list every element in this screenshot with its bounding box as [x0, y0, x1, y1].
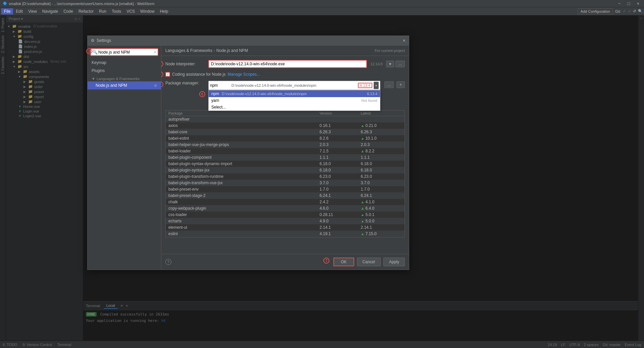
packages-table-body: autoprefixer axios0.16.1▲ 0.21.0 babel-c…: [166, 116, 405, 238]
settings-right-panel: Languages & Frameworks › Node.js and NPM…: [161, 46, 409, 270]
git-undo[interactable]: ↺: [633, 9, 636, 13]
settings-dialog: ⚙ Settings × 2 🔍 ×: [87, 36, 409, 270]
table-row: babel-core6.26.36.26.3: [166, 129, 405, 135]
maximize-button[interactable]: □: [626, 0, 632, 7]
table-row: babel-plugin-syntax-jsx6.18.06.18.0: [166, 167, 405, 173]
table-row: copy-webpack-plugin4.6.0▲ 6.4.0: [166, 205, 405, 212]
search-clear-icon[interactable]: ×: [154, 50, 156, 55]
packages-table-head: Package Version Latest: [166, 111, 405, 116]
settings-nav: Keymap Plugins ▼ Languages & Frameworks …: [88, 59, 161, 270]
package-manager-input-row: D:\node\node-v12.14.0-win-x64\node_modul…: [208, 81, 380, 90]
settings-overlay: ⚙ Settings × 2 🔍 ×: [0, 15, 644, 348]
annotation-3: 3: [161, 61, 163, 67]
ide-area: 1: Project Z: Structure 2: Favorites Pro…: [0, 15, 644, 348]
manage-scopes-link[interactable]: Manage Scopes...: [227, 72, 260, 77]
package-manager-label: Package manager:: [165, 81, 206, 85]
node-interpreter-browse-button[interactable]: ▾: [386, 61, 394, 67]
dialog-close-button[interactable]: ×: [403, 38, 406, 43]
git-check1: ✓: [623, 9, 626, 13]
table-row: axios0.16.1▲ 0.21.0: [166, 123, 405, 129]
nav-languages-group[interactable]: ▼ Languages & Frameworks: [88, 75, 161, 81]
menu-run[interactable]: Run: [96, 8, 109, 14]
settings-breadcrumb: Languages & Frameworks › Node.js and NPM…: [161, 46, 409, 56]
close-button[interactable]: ×: [635, 0, 641, 7]
col-version: Version: [317, 111, 358, 116]
cancel-button[interactable]: Cancel: [357, 258, 381, 266]
search-icon: 🔍: [92, 50, 98, 55]
apply-button[interactable]: Apply: [383, 258, 405, 266]
coding-assistance-checkbox[interactable]: ✓: [165, 72, 170, 77]
annotation-5: 5: [161, 81, 163, 87]
git-search[interactable]: 🔍: [638, 9, 643, 13]
package-manager-dropdown-button[interactable]: ▾: [374, 82, 379, 89]
table-row: css-loader0.28.11▲ 5.0.1: [166, 212, 405, 218]
dropdown-option-select[interactable]: Select...: [209, 104, 380, 111]
menu-window[interactable]: Window: [138, 8, 157, 14]
window-controls: − □ ×: [616, 0, 641, 7]
packages-section: Package Version Latest autoprefixer axio…: [165, 110, 405, 237]
table-row: eslint4.19.1▲ 7.15.0: [166, 231, 405, 237]
table-row: babel-helper-vue-jsx-merge-props2.0.32.0…: [166, 142, 405, 148]
annotation-2: 2: [86, 48, 92, 54]
menu-edit[interactable]: Edit: [13, 8, 25, 14]
nav-nodejs[interactable]: Node.js and NPM ⚙: [88, 81, 161, 89]
dialog-title: ⚙ Settings: [91, 38, 111, 43]
settings-search-area: 2 🔍 ×: [88, 46, 161, 59]
dropdown-option-yarn[interactable]: yarn Not found: [209, 97, 380, 104]
package-manager-add-button[interactable]: +: [396, 81, 405, 88]
package-manager-wrap: D:\node\node-v12.14.0-win-x64\node_modul…: [208, 81, 380, 90]
annotation-7: 7: [323, 258, 329, 264]
settings-icon: ⚙: [91, 38, 95, 43]
app-icon: 🔷: [3, 1, 7, 6]
settings-left-panel: 2 🔍 × Keymap Plugins ▼ Languages: [88, 46, 161, 270]
menu-vcs[interactable]: VCS: [124, 8, 138, 14]
package-manager-dropdown: 6 npm D:\node\node-v12.14.0-win-x64\node…: [208, 90, 380, 111]
col-latest: Latest: [358, 111, 405, 116]
menu-tools[interactable]: Tools: [109, 8, 124, 14]
table-row: babel-plugin-syntax-dynamic-import6.18.0…: [166, 161, 405, 167]
footer-buttons: 7 OK Cancel Apply: [323, 258, 405, 266]
menu-navigate[interactable]: Navigate: [40, 8, 61, 14]
node-interpreter-input[interactable]: [208, 60, 367, 68]
menu-bar: File Edit View Navigate Code Refactor Ru…: [0, 7, 644, 15]
nav-plugins[interactable]: Plugins: [88, 67, 161, 75]
annotation-6: 6: [199, 91, 205, 97]
table-row: autoprefixer: [166, 116, 405, 123]
ok-button[interactable]: OK: [333, 258, 354, 266]
node-interpreter-more-button[interactable]: ...: [395, 61, 405, 67]
nav-keymap[interactable]: Keymap: [88, 59, 161, 67]
node-interpreter-label: Node interpreter:: [165, 62, 206, 66]
menu-refactor[interactable]: Refactor: [76, 8, 96, 14]
help-button[interactable]: ?: [165, 259, 171, 265]
table-row: babel-plugin-component1.1.11.1.1: [166, 154, 405, 161]
dialog-body: 2 🔍 × Keymap Plugins ▼ Languages: [88, 46, 409, 270]
menu-file[interactable]: File: [1, 8, 13, 14]
title-bar: 🔷 vmallok [D:\code\vmallok] - ...\src\co…: [0, 0, 644, 7]
menu-help[interactable]: Help: [157, 8, 171, 14]
dropdown-option-npm[interactable]: npm D:\node\node-v12.14.0-win-x64\node_m…: [209, 90, 380, 97]
git-check2: ✓: [628, 9, 631, 13]
col-package: Package: [166, 111, 317, 116]
packages-table-scroll[interactable]: Package Version Latest autoprefixer axio…: [165, 110, 405, 237]
dialog-title-bar: ⚙ Settings ×: [88, 36, 409, 46]
table-row: babel-plugin-transform-vue-jsx3.7.03.7.0: [166, 180, 405, 186]
package-manager-path: D:\node\node-v12.14.0-win-x64\node_modul…: [231, 83, 357, 87]
settings-content: 3 Node interpreter: 12.14.0 ▾ ... 4: [161, 56, 409, 254]
dialog-footer: ? 7 OK Cancel Apply: [161, 254, 409, 270]
settings-search-box[interactable]: 🔍 ×: [90, 48, 158, 56]
title-text: 🔷 vmallok [D:\code\vmallok] - ...\src\co…: [3, 1, 154, 6]
package-manager-row: 5 Package manager: D:\node\node-v12.14.0…: [165, 81, 405, 90]
add-config-button[interactable]: Add Configuration: [578, 8, 613, 14]
menu-code[interactable]: Code: [61, 8, 76, 14]
table-row: echarts4.9.0▲ 5.0.0: [166, 218, 405, 224]
package-manager-input[interactable]: [210, 83, 230, 88]
annotation-4: 4: [161, 71, 163, 77]
node-interpreter-wrap: 12.14.0 ▾ ...: [208, 60, 405, 68]
menu-view[interactable]: View: [25, 8, 40, 14]
table-row: element-ui2.14.12.14.1: [166, 224, 405, 231]
settings-search-input[interactable]: [98, 50, 154, 55]
package-version-badge: 6.13.4: [358, 83, 372, 88]
package-manager-more-button[interactable]: ...: [384, 81, 394, 88]
table-row: eslint-config-standard10.2.1▲ 16.0.2: [166, 237, 405, 238]
minimize-button[interactable]: −: [616, 0, 623, 7]
